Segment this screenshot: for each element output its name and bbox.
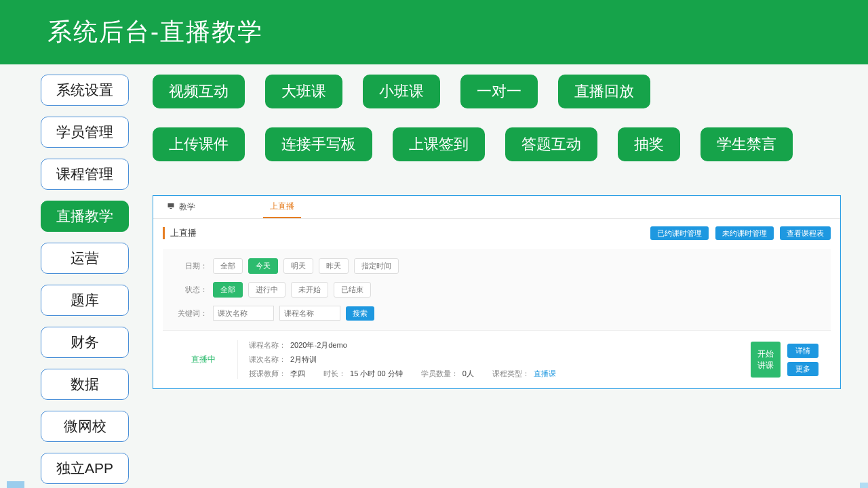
svg-rect-0 xyxy=(168,203,174,207)
students-value: 0人 xyxy=(462,369,474,378)
detail-course-name: 课程名称：2020年-2月demo xyxy=(249,340,751,350)
pill-class-signin[interactable]: 上课签到 xyxy=(393,127,485,161)
pill-quiz-interact[interactable]: 答题互动 xyxy=(505,127,597,161)
record-actions: 开始 讲课 详情 更多 xyxy=(751,342,818,378)
pill-mute-student[interactable]: 学生禁言 xyxy=(701,127,793,161)
mini-actions: 详情 更多 xyxy=(787,344,818,376)
sidebar-item-finance[interactable]: 财务 xyxy=(41,327,129,358)
sidebar-item-standalone-app[interactable]: 独立APP xyxy=(41,453,129,484)
duration-value: 15 小时 00 分钟 xyxy=(350,369,403,378)
pill-video-interact[interactable]: 视频互动 xyxy=(153,75,245,108)
status-chip-all[interactable]: 全部 xyxy=(213,282,243,298)
teacher-label: 授课教师： xyxy=(249,369,286,378)
sidebar-item-micro-school[interactable]: 微网校 xyxy=(41,411,129,442)
filter-status-label: 状态： xyxy=(175,285,208,295)
course-name-value: 2020年-2月demo xyxy=(290,341,347,349)
start-btn-line1: 开始 xyxy=(757,348,774,360)
date-chip-tomorrow[interactable]: 明天 xyxy=(283,258,313,274)
section-title: 上直播 xyxy=(163,227,197,239)
btn-unbooked-sessions[interactable]: 未约课时管理 xyxy=(715,226,774,240)
search-button[interactable]: 搜索 xyxy=(346,306,374,321)
pill-one-on-one[interactable]: 一对一 xyxy=(460,75,538,108)
sidebar-item-operations[interactable]: 运营 xyxy=(41,243,129,274)
svg-rect-1 xyxy=(170,208,172,209)
live-status-badge: 直播中 xyxy=(170,354,237,365)
pill-live-replay[interactable]: 直播回放 xyxy=(558,75,650,108)
sidebar-item-student-mgmt[interactable]: 学员管理 xyxy=(41,117,129,148)
page-header: 系统后台-直播教学 xyxy=(0,0,868,64)
record-details: 课程名称：2020年-2月demo 课次名称：2月特训 授课教师：李四 时长：1… xyxy=(237,340,751,379)
start-btn-line2: 讲课 xyxy=(757,360,774,371)
filter-keyword-label: 关键词： xyxy=(175,308,208,319)
feature-pills-row-2: 上传课件 连接手写板 上课签到 答题互动 抽奖 学生禁言 xyxy=(153,127,841,161)
pill-small-class[interactable]: 小班课 xyxy=(363,75,440,108)
date-chip-all[interactable]: 全部 xyxy=(213,258,243,274)
teach-icon xyxy=(167,202,175,212)
sidebar-item-course-mgmt[interactable]: 课程管理 xyxy=(41,159,129,190)
live-panel: 教学 上直播 上直播 已约课时管理 未约课时管理 查看课程表 xyxy=(153,195,841,389)
detail-session-name: 课次名称：2月特训 xyxy=(249,354,751,365)
session-name-value: 2月特训 xyxy=(290,355,317,363)
tab-teach-label: 教学 xyxy=(179,201,195,213)
filter-status-row: 状态： 全部 进行中 未开始 已结束 xyxy=(175,282,818,298)
students-label: 学员数量： xyxy=(421,369,458,378)
btn-view-schedule[interactable]: 查看课程表 xyxy=(780,226,831,240)
detail-meta: 授课教师：李四 时长：15 小时 00 分钟 学员数量：0人 课程类型：直播课 xyxy=(249,369,751,379)
sidebar: 系统设置 学员管理 课程管理 直播教学 运营 题库 财务 数据 微网校 独立AP… xyxy=(41,75,129,484)
tab-live[interactable]: 上直播 xyxy=(263,196,301,218)
section-head: 上直播 已约课时管理 未约课时管理 查看课程表 xyxy=(163,227,831,239)
pill-connect-tablet[interactable]: 连接手写板 xyxy=(265,127,372,161)
date-chip-custom[interactable]: 指定时间 xyxy=(354,258,399,274)
sidebar-item-system-settings[interactable]: 系统设置 xyxy=(41,75,129,106)
pill-large-class[interactable]: 大班课 xyxy=(265,75,342,108)
status-chip-ended[interactable]: 已结束 xyxy=(334,282,371,298)
session-name-label: 课次名称： xyxy=(249,355,286,363)
filters: 日期： 全部 今天 明天 昨天 指定时间 状态： 全部 进行中 未开始 已结束 xyxy=(163,249,831,330)
teacher-value: 李四 xyxy=(290,369,305,378)
main-area: 视频互动 大班课 小班课 一对一 直播回放 上传课件 连接手写板 上课签到 答题… xyxy=(129,75,868,484)
tab-teach[interactable]: 教学 xyxy=(160,196,202,218)
page-title: 系统后台-直播教学 xyxy=(47,16,263,49)
filter-date-label: 日期： xyxy=(175,261,208,271)
status-chip-ongoing[interactable]: 进行中 xyxy=(248,282,285,298)
start-teach-button[interactable]: 开始 讲课 xyxy=(751,342,781,378)
feature-pills-row-1: 视频互动 大班课 小班课 一对一 直播回放 xyxy=(153,75,841,108)
sidebar-item-question-bank[interactable]: 题库 xyxy=(41,285,129,316)
duration-label: 时长： xyxy=(323,369,346,378)
tab-live-label: 上直播 xyxy=(270,201,294,212)
pill-lottery[interactable]: 抽奖 xyxy=(618,127,680,161)
sidebar-item-data[interactable]: 数据 xyxy=(41,369,129,400)
filter-keyword-row: 关键词： 搜索 xyxy=(175,306,818,321)
more-button[interactable]: 更多 xyxy=(787,362,818,376)
panel-body: 上直播 已约课时管理 未约课时管理 查看课程表 日期： 全部 今天 明天 昨天 xyxy=(153,219,840,388)
live-record-row: 直播中 课程名称：2020年-2月demo 课次名称：2月特训 授课教师：李四 … xyxy=(163,330,831,388)
course-type-value: 直播课 xyxy=(534,369,556,378)
date-chip-yesterday[interactable]: 昨天 xyxy=(319,258,349,274)
filter-date-row: 日期： 全部 今天 明天 昨天 指定时间 xyxy=(175,258,818,274)
pill-upload-courseware[interactable]: 上传课件 xyxy=(153,127,245,161)
panel-tabs: 教学 上直播 xyxy=(153,196,840,219)
course-name-label: 课程名称： xyxy=(249,341,286,349)
keyword-session-input[interactable] xyxy=(213,306,274,321)
top-buttons: 已约课时管理 未约课时管理 查看课程表 xyxy=(646,228,831,239)
btn-booked-sessions[interactable]: 已约课时管理 xyxy=(650,226,709,240)
content-area: 系统设置 学员管理 课程管理 直播教学 运营 题库 财务 数据 微网校 独立AP… xyxy=(0,64,868,484)
detail-button[interactable]: 详情 xyxy=(787,344,818,358)
date-chip-today[interactable]: 今天 xyxy=(248,258,278,274)
sidebar-item-live-teaching[interactable]: 直播教学 xyxy=(41,201,129,232)
keyword-course-input[interactable] xyxy=(279,306,340,321)
course-type-label: 课程类型： xyxy=(492,369,530,378)
status-chip-notstarted[interactable]: 未开始 xyxy=(291,282,328,298)
